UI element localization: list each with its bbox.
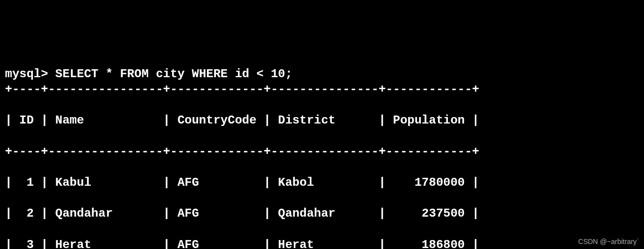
watermark: CSDN @~arbitrary`	[578, 237, 639, 246]
table-row: | 3 | Herat | AFG | Herat | 186800 |	[5, 237, 639, 249]
sql-query: SELECT * FROM city WHERE id < 10;	[55, 67, 292, 81]
table-separator-mid: +----+----------------+-------------+---…	[5, 144, 639, 159]
table-row: | 1 | Kabul | AFG | Kabol | 1780000 |	[5, 175, 639, 190]
mysql-prompt: mysql>	[5, 67, 55, 81]
table-separator-top: +----+----------------+-------------+---…	[5, 82, 639, 97]
table-row: | 2 | Qandahar | AFG | Qandahar | 237500…	[5, 206, 639, 221]
table-header: | ID | Name | CountryCode | District | P…	[5, 113, 639, 128]
